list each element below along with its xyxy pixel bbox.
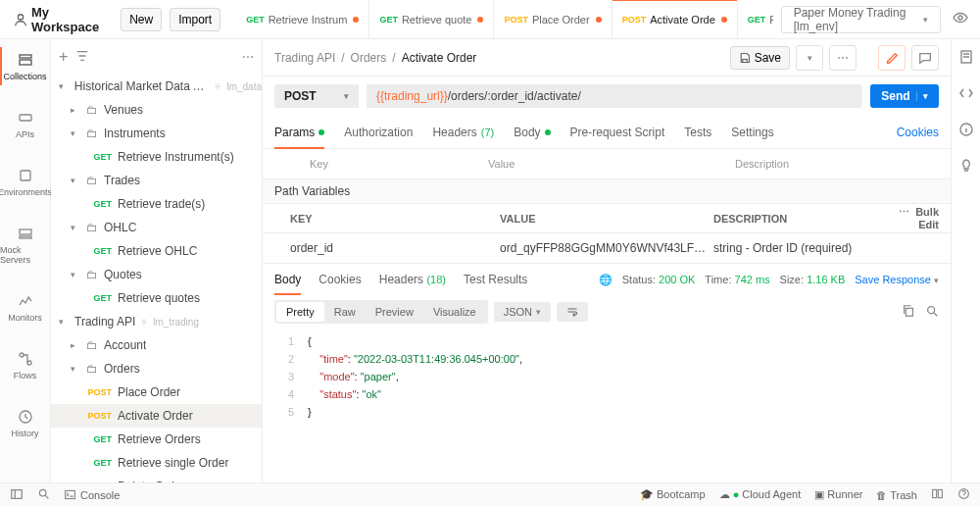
find-button[interactable] (37, 487, 50, 502)
reqtab-settings[interactable]: Settings (731, 116, 773, 148)
lightbulb-icon[interactable] (958, 158, 974, 177)
method-selector[interactable]: POST▾ (274, 84, 359, 108)
filter-button[interactable] (75, 49, 89, 66)
collection-historical[interactable]: ▾Historical Market Data API⑂lm_data (51, 75, 262, 98)
folder-quotes[interactable]: ▾🗀Quotes (51, 263, 262, 286)
req-retrieve-ohlc[interactable]: GETRetrieve OHLC (51, 239, 262, 263)
req-retrieve-quotes[interactable]: GETRetrieve quotes (51, 286, 262, 310)
reqtab-authorization[interactable]: Authorization (344, 116, 413, 148)
rail-apis[interactable]: APIs (0, 105, 50, 143)
svg-rect-5 (21, 171, 30, 180)
folder-ohlc[interactable]: ▾🗀OHLC (51, 216, 262, 239)
sidebar-toggle[interactable] (10, 487, 24, 503)
req-activate-order[interactable]: POSTActivate Order (51, 404, 262, 428)
bulk-edit-link[interactable]: Bulk Edit (915, 206, 939, 230)
resptab-cookies[interactable]: Cookies (318, 264, 361, 295)
copy-response-button[interactable] (902, 304, 915, 321)
folder-icon: 🗀 (86, 338, 98, 352)
folder-account[interactable]: ▸🗀Account (51, 333, 262, 357)
resptab-tests[interactable]: Test Results (464, 264, 527, 295)
col-options[interactable]: ⋯ (899, 206, 909, 218)
view-preview[interactable]: Preview (366, 302, 423, 322)
cloud-agent[interactable]: ☁ ● Cloud Agent (719, 488, 802, 501)
req-retrieve-trades[interactable]: GETRetrieve trade(s) (51, 192, 262, 216)
comments-button[interactable] (911, 45, 939, 71)
environment-quicklook[interactable] (949, 6, 972, 32)
svg-point-8 (20, 353, 24, 357)
tab-retrieve-quote[interactable]: GETRetrieve quote (369, 0, 494, 39)
col-description: DESCRIPTION (713, 213, 880, 225)
breadcrumb-a[interactable]: Trading API (274, 51, 335, 65)
req-retrieve-instruments[interactable]: GETRetrieve Instrument(s) (51, 145, 262, 169)
cell-description[interactable]: string - Order ID (required) (713, 241, 880, 255)
view-visualize[interactable]: Visualize (423, 302, 486, 322)
documentation-icon[interactable] (958, 49, 974, 68)
layout-toggle[interactable] (931, 487, 944, 502)
folder-instruments[interactable]: ▾🗀Instruments (51, 122, 262, 145)
breadcrumb-b[interactable]: Orders (351, 51, 387, 65)
tab-place-order[interactable]: POSTPlace Order (494, 0, 612, 39)
status-value: 200 OK (659, 274, 695, 285)
response-body[interactable]: 1{ 2 "time": "2022-03-03T11:49:36.045+00… (263, 329, 951, 482)
format-selector[interactable]: JSON▾ (494, 302, 551, 322)
url-input[interactable]: {{trading_url}}/orders/:order_id/activat… (367, 84, 862, 108)
tab-activate-order[interactable]: POSTActivate Orde (612, 0, 738, 39)
new-button[interactable]: New (121, 8, 162, 31)
folder-venues[interactable]: ▸🗀Venues (51, 98, 262, 122)
folder-trades[interactable]: ▾🗀Trades (51, 169, 262, 192)
cookies-link[interactable]: Cookies (897, 126, 939, 139)
trash-button[interactable]: 🗑 Trash (876, 489, 917, 501)
cell-value[interactable]: ord_qyFFP88GGgMM0Y6WNVf43LFWPVgCWHr... (500, 241, 713, 255)
info-icon[interactable] (958, 122, 974, 140)
col-key: KEY (274, 213, 500, 225)
code-icon[interactable] (958, 85, 974, 104)
bootcamp-link[interactable]: 🎓 Bootcamp (640, 488, 706, 501)
runner-button[interactable]: ▣ Runner (814, 488, 862, 501)
save-button[interactable]: Save (730, 46, 790, 70)
view-raw[interactable]: Raw (324, 302, 366, 322)
req-place-order[interactable]: POSTPlace Order (51, 380, 262, 404)
rail-history[interactable]: History (0, 404, 50, 442)
cell-key[interactable]: order_id (274, 241, 500, 255)
reqtab-prerequest[interactable]: Pre-request Script (570, 116, 665, 148)
mock-icon (17, 225, 34, 242)
reqtab-headers[interactable]: Headers (7) (432, 116, 494, 148)
import-button[interactable]: Import (170, 8, 220, 31)
send-button[interactable]: Send▾ (870, 84, 939, 108)
kv-value-placeholder: Value (488, 158, 735, 170)
environment-selector[interactable]: Paper Money Trading [lm_env] ▾ (781, 6, 941, 33)
reqtab-body[interactable]: Body (514, 116, 550, 148)
save-response-link[interactable]: Save Response ▾ (855, 274, 939, 285)
workspace-selector[interactable]: My Workspace (8, 1, 105, 38)
req-delete-order[interactable]: DELDelete Order (51, 475, 262, 482)
rail-flows[interactable]: Flows (0, 346, 50, 384)
rail-collections[interactable]: Collections (0, 47, 50, 85)
console-button[interactable]: Console (64, 488, 120, 501)
sidebar-more[interactable]: ⋯ (242, 50, 254, 64)
table-row[interactable]: order_id ord_qyFFP88GGgMM0Y6WNVf43LFWPVg… (263, 233, 951, 263)
wrap-lines-button[interactable] (557, 302, 588, 322)
more-actions[interactable]: ⋯ (829, 45, 857, 71)
documentation-button[interactable] (878, 45, 906, 71)
req-retrieve-single-order[interactable]: GETRetrieve single Order (51, 451, 262, 475)
folder-icon: 🗀 (86, 268, 98, 281)
tab-retrieve-instrument[interactable]: GETRetrieve Instrum (236, 0, 369, 39)
help-button[interactable] (957, 487, 970, 502)
tab-retrieve-orders[interactable]: GETRetrieve Orders (738, 0, 773, 39)
collection-trading[interactable]: ▾Trading API⑂lm_trading (51, 310, 262, 333)
reqtab-tests[interactable]: Tests (684, 116, 711, 148)
resptab-body[interactable]: Body (274, 264, 301, 295)
create-collection-button[interactable]: + (59, 48, 68, 66)
globe-icon[interactable]: 🌐 (599, 274, 612, 286)
search-response-button[interactable] (925, 304, 939, 321)
folder-orders[interactable]: ▾🗀Orders (51, 357, 262, 380)
req-retrieve-orders[interactable]: GETRetrieve Orders (51, 428, 262, 451)
resptab-headers[interactable]: Headers (18) (379, 264, 446, 295)
save-dropdown[interactable]: ▾ (796, 45, 823, 71)
reqtab-params[interactable]: Params (274, 116, 324, 148)
rail-monitors[interactable]: Monitors (0, 288, 50, 327)
view-pretty[interactable]: Pretty (276, 302, 324, 322)
status-dot (545, 129, 551, 135)
rail-environments[interactable]: Environments (0, 163, 50, 201)
rail-mock-servers[interactable]: Mock Servers (0, 221, 50, 269)
